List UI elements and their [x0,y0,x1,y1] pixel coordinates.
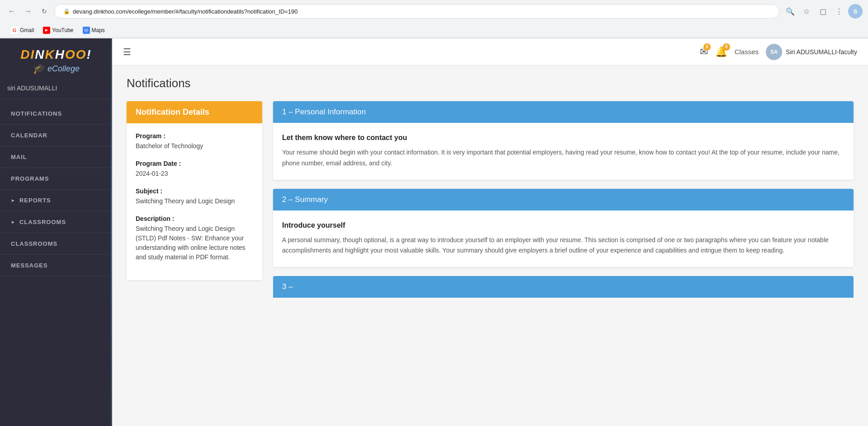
classes-link[interactable]: Classes [735,48,759,56]
back-button[interactable]: ← [5,5,18,18]
logo-dinkhoo: DINKHOO! [20,47,92,62]
url-text: devang.dinkhoo.com/ecollege/member/#/fac… [73,8,774,15]
gmail-favicon: G [11,27,18,34]
user-profile-name: Siri ADUSUMALLI-faculty [786,48,857,56]
notifications-label: NOTIFICATIONS [11,110,62,117]
content-grid: Notification Details Program : Batchelor… [127,101,854,298]
section-subtitle-1: Let them know where to contact you [282,134,844,142]
section-body-summary: Introduce yourself A personal summary, t… [273,211,854,267]
sidebar-item-calendar[interactable]: CALENDAR [0,125,112,146]
description-field: Description : Switching Theory and Logic… [136,215,253,262]
sidebar-nav: NOTIFICATIONS CALENDAR MAIL PROGRAMS ► R… [0,103,112,276]
subject-value: Switching Theory and Logic Design [136,197,253,206]
section-header-partial: 3 – [273,276,854,298]
section-card-personal-info: 1 – Personal Information Let them know w… [273,101,854,180]
bell-notification[interactable]: 🔔 0 [715,46,727,58]
bookmarks-bar: G Gmail ▶ YouTube M Maps [0,23,868,38]
mail-badge: 0 [703,43,711,51]
ecollege-text: eCollege [47,64,80,74]
security-icon: 🔒 [60,5,73,18]
bookmark-gmail[interactable]: G Gmail [7,25,38,36]
classrooms1-label: CLASSROOMS [19,219,66,225]
page-body: Notifications Notification Details Progr… [112,66,868,426]
youtube-favicon: ▶ [43,27,50,34]
notification-details-title: Notification Details [136,108,253,117]
section-text-2: A personal summary, though optional, is … [282,235,844,257]
section-subtitle-2: Introduce yourself [282,221,844,229]
bookmark-youtube[interactable]: ▶ YouTube [39,25,77,36]
sidebar-item-notifications[interactable]: NOTIFICATIONS [0,103,112,125]
browser-toolbar: ← → ↻ 🔒 devang.dinkhoo.com/ecollege/memb… [0,0,868,23]
avatar-initials: SA [770,49,778,55]
section-body-personal-info: Let them know where to contact you Your … [273,123,854,180]
sidebar-item-messages[interactable]: MESSAGES [0,255,112,276]
calendar-label: CALENDAR [11,132,47,139]
description-value: Switching Theory and Logic Design (STLD)… [136,224,253,262]
classrooms2-label: CLASSROOMS [11,240,57,247]
page-title: Notifications [127,76,854,90]
subject-field: Subject : Switching Theory and Logic Des… [136,187,253,206]
refresh-button[interactable]: ↻ [38,5,51,18]
program-date-value: 2024-01-23 [136,169,253,178]
program-value: Batchelor of Technology [136,141,253,151]
sidebar-border [111,38,112,426]
program-date-field: Program Date : 2024-01-23 [136,160,253,178]
sidebar-item-programs[interactable]: PROGRAMS [0,168,112,190]
messages-label: MESSAGES [11,262,48,269]
hamburger-button[interactable]: ☰ [123,47,131,57]
program-field: Program : Batchelor of Technology [136,132,253,151]
chevron-right-icon: ► [11,198,16,203]
sidebar-item-classrooms2[interactable]: CLASSROOMS [0,233,112,255]
youtube-label: YouTube [52,27,73,33]
user-profile[interactable]: SA Siri ADUSUMALLI-faculty [766,44,857,60]
graduation-hat-icon: 🎓 [33,63,45,75]
mail-label: MAIL [11,154,27,160]
address-bar[interactable]: 🔒 devang.dinkhoo.com/ecollege/member/#/f… [54,4,779,19]
sidebar-item-mail[interactable]: MAIL [0,146,112,168]
app-container: DINKHOO! 🎓 eCollege siri ADUSUMALLI NOTI… [0,38,868,426]
program-label: Program : [136,132,253,140]
sidebar-item-reports[interactable]: ► REPORTS [0,190,112,211]
section-header-text-2: 2 – Summary [282,195,328,204]
user-avatar: SA [766,44,782,60]
sidebar: DINKHOO! 🎓 eCollege siri ADUSUMALLI NOTI… [0,38,112,426]
mail-notification[interactable]: ✉ 0 [700,46,708,58]
sidebar-logo: DINKHOO! 🎓 eCollege [0,38,112,79]
logo-ecollege: 🎓 eCollege [33,63,80,75]
program-date-label: Program Date : [136,160,253,167]
top-bar: ☰ ✉ 0 🔔 0 Classes SA Siri ADUSUMALLI-fac… [112,38,868,66]
gmail-label: Gmail [20,27,34,33]
main-content: ☰ ✉ 0 🔔 0 Classes SA Siri ADUSUMALLI-fac… [112,38,868,426]
sidebar-item-classrooms1[interactable]: ► CLASSROOMS [0,211,112,233]
subject-label: Subject : [136,187,253,195]
section-header-personal-info: 1 – Personal Information [273,101,854,123]
section-header-text-3: 3 – [282,282,293,291]
search-button[interactable]: 🔍 [783,4,797,19]
description-label: Description : [136,215,253,222]
chevron-right-icon-2: ► [11,220,16,225]
bell-badge: 0 [723,43,730,51]
sidebar-username: siri ADUSUMALLI [0,79,112,99]
toolbar-icons: 🔍 ☆ ▢ ⋮ S [783,4,863,19]
extensions-button[interactable]: ▢ [816,4,830,19]
bookmark-maps[interactable]: M Maps [79,25,108,36]
forward-button[interactable]: → [22,5,34,18]
section-card-summary: 2 – Summary Introduce yourself A persona… [273,189,854,267]
section-text-1: Your resume should begin with your conta… [282,147,844,169]
section-header-text-1: 1 – Personal Information [282,108,366,116]
bookmark-button[interactable]: ☆ [799,4,814,19]
right-panel: 1 – Personal Information Let them know w… [273,101,854,298]
menu-button[interactable]: ⋮ [832,4,846,19]
section-header-summary: 2 – Summary [273,189,854,211]
top-bar-left: ☰ [123,47,131,57]
profile-avatar-button[interactable]: S [848,4,863,19]
reports-label: REPORTS [19,197,51,204]
programs-label: PROGRAMS [11,175,49,182]
notification-details-card: Notification Details Program : Batchelor… [127,101,262,280]
notification-card-header: Notification Details [127,101,262,123]
browser-chrome: ← → ↻ 🔒 devang.dinkhoo.com/ecollege/memb… [0,0,868,38]
maps-label: Maps [92,27,105,33]
maps-favicon: M [83,27,90,34]
top-bar-right: ✉ 0 🔔 0 Classes SA Siri ADUSUMALLI-facul… [700,44,857,60]
notification-card-body: Program : Batchelor of Technology Progra… [127,123,262,280]
